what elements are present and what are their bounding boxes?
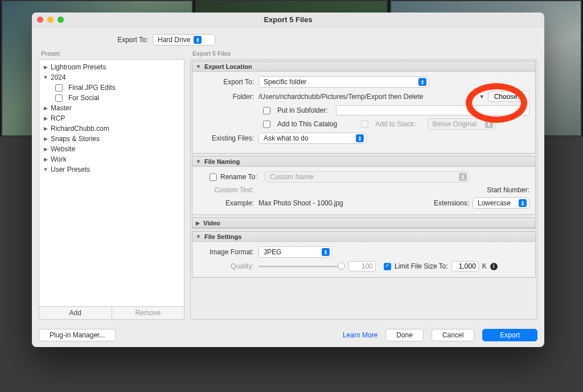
preset-header: Preset: xyxy=(39,50,184,59)
export-settings-scroll[interactable]: ▼ Export Location Export To: Specific fo… xyxy=(190,59,537,320)
extensions-value: Lowercase xyxy=(478,199,515,207)
preset-folder-label: User Presets xyxy=(51,166,90,174)
preset-folder-label: 2024 xyxy=(51,73,66,81)
info-icon[interactable]: i xyxy=(490,263,498,270)
quality-label: Quality: xyxy=(198,262,258,270)
example-label: Example: xyxy=(198,199,258,207)
done-button[interactable]: Done xyxy=(385,329,424,341)
limit-filesize-label: Limit File Size To: xyxy=(395,262,448,270)
chevron-down-icon: ▼ xyxy=(43,167,48,172)
zoom-icon[interactable] xyxy=(58,16,64,23)
stack-position-value: Below Original xyxy=(433,120,482,128)
add-to-catalog-label: Add to This Catalog xyxy=(277,120,337,128)
chevron-right-icon: ▶ xyxy=(43,126,48,131)
existing-files-select[interactable]: Ask what to do ▲▼ xyxy=(258,133,367,144)
example-value: Max Photo Shoot - 1000.jpg xyxy=(258,199,434,207)
chevron-updown-icon: ▲▼ xyxy=(459,173,467,181)
preset-checkbox[interactable] xyxy=(55,84,63,92)
preset-folder-label: Lightroom Presets xyxy=(51,63,106,71)
preset-folder[interactable]: ▶Lightroom Presets xyxy=(39,62,184,72)
limit-unit: K xyxy=(482,262,487,270)
panel-export-location: ▼ Export Location Export To: Specific fo… xyxy=(192,61,536,154)
choose-folder-button[interactable]: Choose... xyxy=(488,91,529,102)
preset-item[interactable]: For Social xyxy=(39,93,184,103)
preset-folder[interactable]: ▶RichardChubb.com xyxy=(39,123,184,134)
preset-folder-label: Website xyxy=(51,145,75,153)
extensions-label: Extensions: xyxy=(434,199,469,207)
preset-folder[interactable]: ▼User Presets xyxy=(39,164,184,175)
chevron-right-icon: ▶ xyxy=(43,105,48,111)
folder-path: /Users/richardchubb/Pictures/Temp/Export… xyxy=(258,93,479,101)
export-to-label: Export To: xyxy=(39,36,153,44)
panel-header[interactable]: ▶ Video xyxy=(192,218,535,228)
export-to-value: Hard Drive xyxy=(158,36,190,44)
subfolder-name-input[interactable] xyxy=(336,105,529,115)
preset-tree[interactable]: ▶Lightroom Presets ▼2024 Final JPG Edits… xyxy=(39,59,184,307)
extensions-select[interactable]: Lowercase ▲▼ xyxy=(473,197,529,209)
existing-files-value: Ask what to do xyxy=(264,134,352,142)
preset-folder[interactable]: ▶Website xyxy=(39,144,184,154)
export-to-select[interactable]: Hard Drive ▲▼ xyxy=(153,34,215,46)
minimize-icon[interactable] xyxy=(47,16,54,23)
chevron-updown-icon: ▲▼ xyxy=(194,36,202,44)
panel-header[interactable]: ▼ File Settings xyxy=(192,232,535,242)
close-icon[interactable] xyxy=(37,16,43,23)
panel-title: Video xyxy=(203,220,220,226)
cancel-button[interactable]: Cancel xyxy=(432,329,474,341)
preset-folder[interactable]: ▶Snaps & Stories xyxy=(39,134,184,144)
rename-to-checkbox[interactable] xyxy=(210,174,217,181)
export-button[interactable]: Export xyxy=(482,329,537,341)
custom-text-label: Custom Text: xyxy=(198,186,258,194)
triangle-down-icon: ▼ xyxy=(196,234,201,240)
triangle-right-icon: ▶ xyxy=(196,220,200,226)
preset-folder-label: RCP xyxy=(51,114,65,122)
limit-filesize-input[interactable] xyxy=(451,261,479,271)
plugin-manager-button[interactable]: Plug-in Manager... xyxy=(39,329,116,341)
panel-video: ▶ Video xyxy=(192,217,536,229)
panel-file-settings: ▼ File Settings Image Format: JPEG ▲▼ xyxy=(192,231,536,278)
put-in-subfolder-checkbox[interactable] xyxy=(263,107,270,114)
chevron-updown-icon: ▲▼ xyxy=(519,199,527,207)
titlebar: Export 5 Files xyxy=(32,13,544,27)
chevron-down-icon: ▼ xyxy=(43,75,48,80)
chevron-updown-icon: ▲▼ xyxy=(418,78,426,86)
preset-folder[interactable]: ▼2024 xyxy=(39,72,184,82)
chevron-right-icon: ▶ xyxy=(43,64,48,70)
panel-title: Export Location xyxy=(204,63,252,70)
add-to-stack-label: Add to Stack: xyxy=(375,120,416,128)
quality-value-input xyxy=(348,261,376,271)
triangle-down-icon: ▼ xyxy=(196,64,201,69)
preset-folder[interactable]: ▶Work xyxy=(39,154,184,164)
preset-folder[interactable]: ▶Master xyxy=(39,103,184,113)
image-format-value: JPEG xyxy=(264,248,318,256)
folder-label: Folder: xyxy=(198,93,258,101)
preset-item[interactable]: Final JPG Edits xyxy=(39,82,184,93)
limit-filesize-checkbox[interactable] xyxy=(384,263,391,270)
preset-checkbox[interactable] xyxy=(55,94,63,102)
slider-thumb-icon xyxy=(338,262,345,270)
remove-preset-button[interactable]: Remove xyxy=(112,307,184,319)
start-number-label: Start Number: xyxy=(487,186,529,194)
loc-export-to-select[interactable]: Specific folder ▲▼ xyxy=(258,76,429,88)
window-title: Export 5 Files xyxy=(32,15,544,24)
learn-more-link[interactable]: Learn More xyxy=(343,331,377,339)
caret-down-icon[interactable]: ▼ xyxy=(479,94,485,100)
image-format-select[interactable]: JPEG ▲▼ xyxy=(258,246,332,258)
chevron-right-icon: ▶ xyxy=(43,156,48,162)
add-to-catalog-checkbox[interactable] xyxy=(263,121,270,128)
chevron-right-icon: ▶ xyxy=(43,146,48,152)
naming-template-value: Custom Name xyxy=(270,173,455,181)
export-destination-row: Export To: Hard Drive ▲▼ xyxy=(39,32,537,50)
export-dialog: Export 5 Files Export To: Hard Drive ▲▼ … xyxy=(32,13,544,347)
panel-header[interactable]: ▼ Export Location xyxy=(192,61,535,72)
preset-folder[interactable]: ▶RCP xyxy=(39,113,184,123)
stack-position-select: Below Original ▲▼ xyxy=(428,118,496,130)
add-preset-button[interactable]: Add xyxy=(39,307,112,319)
panel-header[interactable]: ▼ File Naming xyxy=(192,156,535,167)
loc-export-to-value: Specific folder xyxy=(264,78,415,86)
panel-file-naming: ▼ File Naming Rename To: Custom Name ▲▼ xyxy=(192,156,536,215)
window-controls xyxy=(37,16,64,23)
chevron-updown-icon: ▲▼ xyxy=(322,248,330,256)
chevron-updown-icon: ▲▼ xyxy=(485,120,493,128)
preset-item-label: Final JPG Edits xyxy=(68,84,116,92)
